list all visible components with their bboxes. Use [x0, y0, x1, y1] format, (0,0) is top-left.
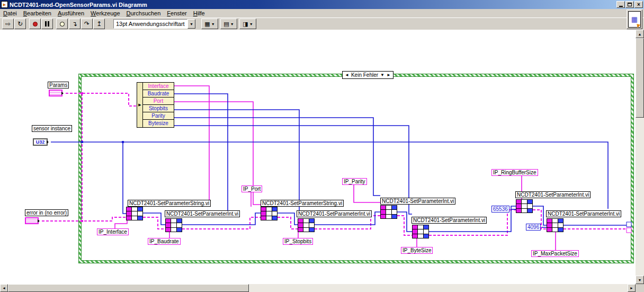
close-button[interactable]: × [634, 1, 643, 8]
numeric-constant-65536[interactable]: 65536 [491, 206, 509, 213]
pause-icon [45, 21, 49, 26]
params-terminal[interactable] [49, 90, 62, 96]
sensor-instance-terminal[interactable]: U32 [33, 138, 48, 146]
wires-layer[interactable] [0, 30, 636, 284]
vi-icon-setparameterstring-1[interactable] [126, 207, 143, 220]
vi-label-setparameterint-5[interactable]: NCDT2401-SetParameterInt.vi [515, 191, 591, 198]
error-in-terminal[interactable] [25, 217, 39, 224]
font-selector-dropdown[interactable]: ▼ [187, 19, 195, 29]
unbundle-input-strip: ▶ [137, 83, 143, 127]
menu-durchsuchen[interactable]: Durchsuchen [123, 10, 164, 17]
menu-hilfe[interactable]: Hilfe [190, 10, 208, 17]
vi-label-setparameterstring-1[interactable]: NCDT2401-SetParameterString.vi [128, 200, 211, 207]
toolbar: ⇨ ↻ ↴ ↷ ↥ 13pt Anwendungsschriftart ▼ ▦▼… [0, 17, 644, 30]
horizontal-scroll-thumb[interactable] [8, 284, 249, 292]
run-continuous-button[interactable]: ↻ [14, 19, 26, 29]
string-constant-ip-interface[interactable]: IP_Interface [97, 228, 129, 235]
scroll-up-icon: ▲ [638, 32, 642, 36]
menu-fenster[interactable]: Fenster [164, 10, 190, 17]
close-icon: × [637, 2, 640, 7]
menu-bearbeiten[interactable]: Bearbeiten [20, 10, 55, 17]
chevron-down-icon: ▼ [190, 22, 193, 26]
horizontal-scrollbar[interactable]: ◄ ► [0, 284, 636, 292]
numeric-constant-4096[interactable]: 4096 [526, 224, 541, 231]
chevron-down-icon: ▼ [230, 22, 234, 26]
string-constant-ip-stopbits[interactable]: IP_Stopbits [283, 238, 313, 245]
menu-datei[interactable]: Datei [0, 10, 20, 17]
abort-button[interactable] [29, 19, 41, 29]
minimize-button[interactable] [616, 1, 625, 8]
case-next-arrow-icon[interactable]: ► [387, 73, 391, 77]
unbundle-field-interface[interactable]: Interface [143, 83, 174, 90]
vertical-scrollbar[interactable]: ▲ ▼ [636, 30, 644, 284]
string-constant-ip-baudrate[interactable]: IP_Baudrate [148, 238, 181, 245]
window-title: NCDT2401-mod-OpenSensorParams.vi Diagram… [10, 2, 616, 8]
unbundle-field-bytesize[interactable]: Bytesize [143, 120, 174, 127]
menu-bar: Datei Bearbeiten Ausführen Werkzeuge Dur… [0, 9, 644, 17]
vertical-scroll-thumb[interactable] [636, 38, 644, 118]
unbundle-field-stopbits[interactable]: Stopbits [143, 105, 174, 112]
vi-label-setparameterint-2[interactable]: NCDT2401-SetParameterInt.vi [297, 210, 372, 217]
run-button[interactable]: ⇨ [2, 19, 14, 29]
menu-werkzeuge[interactable]: Werkzeuge [87, 10, 123, 17]
vi-icon-setparameterint-1[interactable] [165, 218, 182, 232]
vi-label-setparameterstring-2[interactable]: NCDT2401-SetParameterString.vi [261, 200, 344, 207]
maximize-icon [628, 3, 632, 6]
app-icon: ▶ [1, 1, 8, 8]
step-out-button[interactable]: ↥ [93, 19, 105, 29]
vi-icon-setparameterstring-2[interactable] [261, 207, 278, 220]
menu-ausfuehren[interactable]: Ausführen [55, 10, 87, 17]
step-out-icon: ↥ [96, 20, 102, 28]
chevron-down-icon: ▼ [211, 22, 215, 26]
lightbulb-icon [60, 22, 65, 26]
vi-icon-setparameterint-6[interactable] [547, 218, 564, 232]
block-diagram-canvas[interactable]: ◄ Kein Fehler ▼ ► Params sensor instance… [0, 30, 636, 284]
scrollbar-corner [636, 284, 644, 292]
case-prev-arrow-icon[interactable]: ◄ [345, 73, 349, 77]
pause-button[interactable] [41, 19, 53, 29]
error-in-terminal-label[interactable]: error in (no error) [25, 209, 68, 216]
vi-icon-setparameterint-5[interactable] [516, 199, 533, 213]
scroll-left-icon: ◄ [2, 286, 6, 290]
string-constant-ip-maxpacketsize[interactable]: IP_MaxPacketSize [531, 250, 579, 257]
title-bar: ▶ NCDT2401-mod-OpenSensorParams.vi Diagr… [0, 0, 644, 9]
vi-label-setparameterint-6[interactable]: NCDT2401-SetParameterInt.vi [546, 210, 621, 217]
reorder-objects-button[interactable]: ◨▼ [239, 19, 256, 29]
scroll-up-button[interactable]: ▲ [636, 30, 644, 38]
align-objects-button[interactable]: ▦▼ [201, 19, 218, 29]
unbundle-field-baudrate[interactable]: Baudrate [143, 90, 174, 98]
highlight-execution-button[interactable] [56, 19, 68, 29]
vi-icon-setparameterint-2[interactable] [298, 218, 315, 232]
unbundle-by-name-node[interactable]: ▶ Interface Baudrate Port Stopbits Parit… [137, 82, 174, 128]
vi-icon-setparameterint-3[interactable] [380, 205, 397, 219]
case-selector[interactable]: ◄ Kein Fehler ▼ ► [342, 71, 393, 79]
unbundle-field-port[interactable]: Port [143, 98, 174, 105]
font-selector[interactable]: 13pt Anwendungsschriftart [113, 19, 187, 29]
step-over-button[interactable]: ↷ [81, 19, 93, 29]
vi-diagram-badge[interactable]: ▦ [627, 10, 642, 29]
vi-label-setparameterint-1[interactable]: NCDT2401-SetParameterInt.vi [165, 210, 240, 217]
distribute-objects-icon: ▤ [223, 21, 229, 28]
step-into-button[interactable]: ↴ [69, 19, 80, 29]
vi-label-setparameterint-3[interactable]: NCDT2401-SetParameterInt.vi [380, 198, 455, 205]
chevron-down-icon: ▼ [249, 22, 253, 26]
sensor-instance-terminal-label[interactable]: sensor instance [32, 125, 72, 132]
scroll-right-button[interactable]: ► [628, 284, 636, 292]
scroll-right-icon: ► [630, 286, 633, 290]
case-selector-label: Kein Fehler [351, 72, 378, 78]
step-over-icon: ↷ [84, 20, 90, 28]
unbundle-field-parity[interactable]: Parity [143, 112, 174, 120]
string-constant-ip-parity[interactable]: IP_Parity [342, 178, 367, 185]
case-dropdown-icon[interactable]: ▼ [380, 73, 384, 77]
params-terminal-label[interactable]: Params [48, 82, 69, 89]
vi-label-setparameterint-4[interactable]: NCDT2401-SetParameterInt.vi [412, 217, 487, 224]
string-constant-ip-bytesize[interactable]: IP_ByteSize [401, 247, 433, 254]
maximize-button[interactable] [625, 1, 634, 8]
string-constant-ip-port[interactable]: IP_Port [241, 185, 262, 192]
distribute-objects-button[interactable]: ▤▼ [220, 19, 237, 29]
minimize-icon [619, 3, 623, 7]
vi-icon-setparameterint-4[interactable] [412, 225, 429, 238]
scroll-left-button[interactable]: ◄ [0, 284, 8, 292]
string-constant-ip-ringbuffersize[interactable]: IP_RingBufferSize [491, 169, 538, 176]
scroll-down-button[interactable]: ▼ [636, 276, 644, 284]
